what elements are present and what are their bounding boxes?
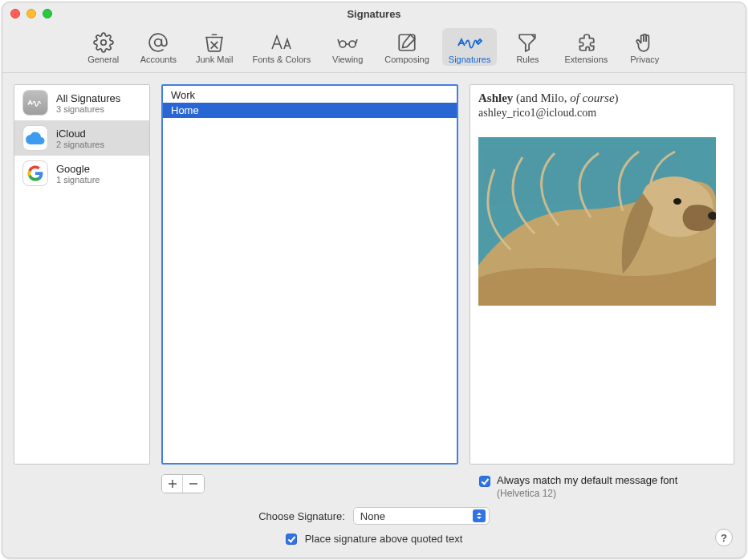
compose-icon — [391, 31, 423, 54]
match-font-checkbox[interactable] — [479, 476, 490, 487]
svg-point-3 — [349, 41, 356, 47]
plus-icon — [168, 479, 177, 489]
puzzle-icon — [570, 31, 602, 54]
zoom-icon[interactable] — [43, 9, 52, 18]
toolbar-privacy[interactable]: Privacy — [620, 28, 669, 66]
svg-point-7 — [673, 198, 681, 205]
toolbar-signatures[interactable]: Signatures — [442, 28, 498, 66]
gear-icon — [87, 31, 120, 54]
junk-icon — [198, 31, 230, 54]
account-name: All Signatures — [56, 92, 120, 104]
toolbar-rules[interactable]: Rules — [503, 28, 551, 66]
preview-display-name: Ashley (and Milo, of course) — [478, 91, 726, 105]
preferences-toolbar: General Accounts Junk Mail Fonts & Color… — [2, 25, 746, 73]
place-above-checkbox[interactable] — [286, 534, 297, 545]
close-icon[interactable] — [10, 9, 20, 18]
preview-email: ashley_rico1@icloud.com — [478, 107, 726, 120]
signature-item-home[interactable]: Home — [163, 103, 457, 118]
window-title: Signatures — [2, 8, 746, 20]
toolbar-composing[interactable]: Composing — [378, 28, 436, 66]
remove-signature-button[interactable] — [183, 475, 204, 493]
titlebar: Signatures — [2, 2, 746, 25]
toolbar-label: Rules — [516, 55, 539, 64]
add-signature-button[interactable] — [162, 475, 183, 493]
account-count: 1 signature — [56, 175, 100, 185]
toolbar-label: General — [87, 55, 119, 64]
toolbar-label: Viewing — [332, 55, 363, 64]
footer: Choose Signature: None Place signature a… — [2, 499, 746, 558]
match-font-label: Always match my default message font — [497, 474, 677, 486]
svg-point-0 — [100, 40, 106, 46]
signature-names-list[interactable]: Work Home — [161, 84, 458, 465]
window-controls — [10, 9, 52, 18]
toolbar-label: Junk Mail — [196, 55, 233, 64]
all-signatures-icon — [22, 90, 48, 116]
toolbar-label: Composing — [384, 55, 429, 64]
help-button[interactable]: ? — [715, 529, 733, 546]
signature-icon — [453, 31, 486, 54]
toolbar-general[interactable]: General — [79, 28, 128, 66]
choose-signature-select[interactable]: None — [353, 507, 490, 525]
choose-signature-value: None — [360, 510, 385, 522]
google-icon — [22, 160, 48, 186]
account-count: 2 signatures — [56, 140, 104, 149]
icloud-icon — [22, 125, 48, 151]
toolbar-label: Accounts — [140, 55, 177, 64]
select-stepper-icon — [473, 509, 486, 522]
account-name: iCloud — [56, 128, 104, 140]
minus-icon — [189, 479, 198, 489]
rules-icon — [511, 31, 543, 54]
minimize-icon[interactable] — [26, 9, 36, 18]
glasses-icon — [331, 31, 364, 54]
match-font-sublabel: (Helvetica 12) — [497, 488, 677, 499]
toolbar-label: Fonts & Colors — [252, 55, 311, 64]
match-font-option: Always match my default message font (He… — [479, 474, 746, 499]
svg-point-1 — [155, 39, 162, 47]
choose-signature-label: Choose Signature: — [258, 510, 345, 522]
add-remove-signature — [161, 474, 205, 493]
account-google[interactable]: Google 1 signature — [14, 156, 149, 191]
content-area: All Signatures 3 signatures iCloud 2 sig… — [2, 73, 746, 469]
toolbar-viewing[interactable]: Viewing — [323, 28, 372, 66]
toolbar-label: Privacy — [630, 55, 659, 64]
at-icon — [142, 31, 174, 54]
preview-image — [478, 137, 716, 306]
toolbar-label: Extensions — [564, 55, 608, 64]
signature-item-work[interactable]: Work — [163, 87, 457, 103]
below-columns-row: Always match my default message font (He… — [2, 469, 746, 499]
accounts-list[interactable]: All Signatures 3 signatures iCloud 2 sig… — [14, 84, 150, 465]
signature-preview[interactable]: Ashley (and Milo, of course) ashley_rico… — [470, 84, 734, 465]
account-all-signatures[interactable]: All Signatures 3 signatures — [14, 85, 149, 120]
account-count: 3 signatures — [56, 104, 120, 114]
fonts-icon — [266, 31, 298, 54]
place-above-label: Place signature above quoted text — [305, 533, 463, 545]
account-name: Google — [56, 163, 100, 175]
toolbar-junk-mail[interactable]: Junk Mail — [189, 28, 239, 66]
toolbar-label: Signatures — [449, 55, 491, 64]
signatures-window: Signatures General Accounts Junk Mail — [2, 2, 746, 558]
account-icloud[interactable]: iCloud 2 signatures — [14, 120, 149, 156]
toolbar-accounts[interactable]: Accounts — [134, 28, 183, 66]
toolbar-extensions[interactable]: Extensions — [558, 28, 614, 66]
svg-point-2 — [339, 41, 346, 47]
hand-icon — [628, 31, 661, 54]
help-icon: ? — [721, 532, 727, 544]
toolbar-fonts-colors[interactable]: Fonts & Colors — [246, 28, 317, 66]
